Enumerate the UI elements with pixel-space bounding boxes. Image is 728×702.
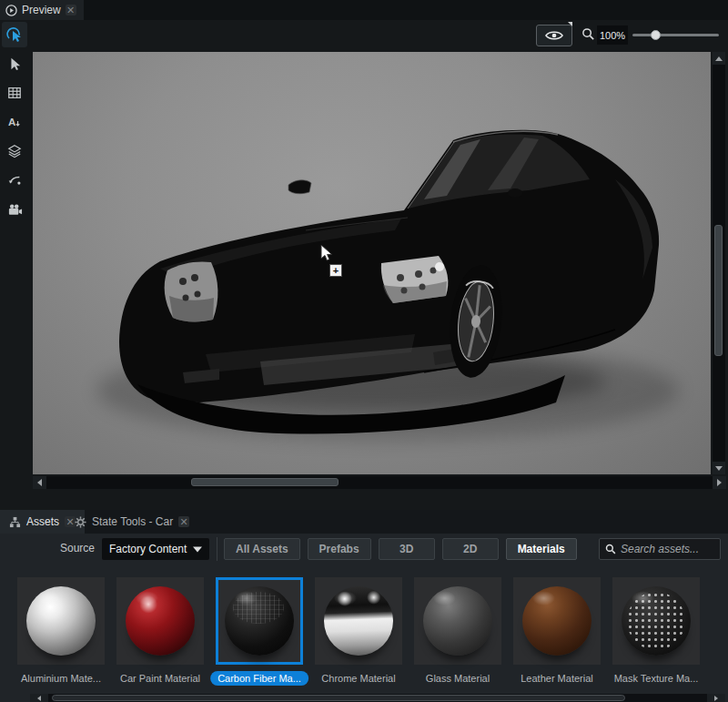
material-thumbnail[interactable]: [17, 577, 105, 665]
list-item-glass: Glass Material: [414, 577, 501, 686]
material-thumbnail[interactable]: [414, 577, 501, 665]
right-headlight: [381, 256, 449, 303]
list-item-carbon-fiber: Carbon Fiber Ma...: [216, 577, 303, 686]
asset-search-box[interactable]: [599, 538, 721, 560]
table-tool-button[interactable]: [2, 80, 27, 106]
scroll-right-button[interactable]: [707, 694, 725, 702]
gear-icon: [75, 516, 86, 528]
carbon-fiber-sphere-preview: [225, 586, 294, 656]
asset-filter-group: All Assets Prefabs 3D 2D Materials: [224, 538, 577, 560]
assets-horizontal-scrollbar[interactable]: [30, 694, 725, 702]
chevron-down-icon: [193, 546, 202, 553]
leather-sphere-preview: [522, 586, 592, 656]
dropdown-corner-icon: [568, 22, 572, 26]
tab-state-tools[interactable]: State Tools - Car ✕: [66, 510, 198, 534]
eye-icon: [545, 29, 563, 42]
text-style-icon: A: [7, 115, 22, 129]
filter-2d-button[interactable]: 2D: [442, 538, 499, 560]
material-label: Mask Texture Ma...: [607, 671, 706, 686]
filter-3d-button[interactable]: 3D: [379, 538, 435, 560]
cursor-add-modifier-icon: +: [329, 264, 342, 277]
horizontal-scrollbar-thumb[interactable]: [191, 478, 339, 486]
zoom-slider-thumb[interactable]: [651, 30, 661, 40]
material-label-selected: Carbon Fiber Ma...: [210, 671, 308, 686]
tab-preview[interactable]: Preview ✕: [0, 0, 84, 20]
visibility-toggle-button[interactable]: [536, 25, 572, 46]
zoom-level-value[interactable]: 100%: [597, 25, 628, 45]
select-tool-button[interactable]: [2, 51, 27, 76]
search-icon: [605, 544, 616, 554]
source-label: Source: [60, 542, 95, 554]
material-label: Chrome Material: [314, 671, 402, 686]
panel-tab-bar: Assets ✕ State Tools - Car ✕: [0, 510, 728, 534]
top-tab-bar: Preview ✕: [0, 0, 728, 20]
material-thumbnail-selected[interactable]: [216, 577, 303, 665]
list-item-car-paint: Car Paint Material: [116, 577, 204, 686]
zoom-slider[interactable]: [632, 34, 719, 36]
material-thumbnail[interactable]: [315, 577, 402, 665]
material-thumbnail[interactable]: [513, 577, 601, 665]
filter-prefabs-button[interactable]: Prefabs: [308, 538, 371, 560]
source-dropdown-value: Factory Content: [109, 543, 187, 555]
left-toolbar: A: [0, 20, 29, 494]
assets-toolbar: Source Factory Content All Assets Prefab…: [0, 537, 728, 561]
application-window: Preview ✕ A: [0, 0, 728, 702]
play-circle-icon: [5, 5, 17, 16]
search-input[interactable]: [621, 543, 712, 555]
scroll-down-button[interactable]: [713, 462, 725, 474]
material-label: Glass Material: [419, 671, 497, 686]
tab-state-tools-label: State Tools - Car: [92, 515, 173, 528]
source-dropdown[interactable]: Factory Content: [102, 538, 209, 560]
svg-text:A: A: [8, 117, 16, 127]
scroll-right-button[interactable]: [713, 476, 726, 489]
interact-cursor-icon: [6, 26, 23, 43]
materials-list: Aluminium Mate... Car Paint Material Car…: [0, 577, 728, 685]
car-paint-sphere-preview: [126, 586, 195, 656]
side-mirror: [288, 180, 311, 194]
tab-preview-label: Preview: [22, 4, 61, 16]
glass-sphere-preview: [423, 586, 492, 656]
mouse-cursor-icon: [320, 244, 333, 262]
filter-all-assets-button[interactable]: All Assets: [224, 538, 300, 560]
hierarchy-icon: [9, 516, 21, 528]
scroll-up-button[interactable]: [713, 52, 725, 65]
mask-texture-sphere-preview: [622, 586, 691, 656]
scroll-left-button[interactable]: [30, 694, 48, 702]
branch-arrow-icon: [7, 173, 22, 188]
preview-viewport[interactable]: +: [33, 52, 711, 474]
table-icon: [7, 86, 22, 100]
camera-tool-button[interactable]: [2, 197, 27, 222]
video-camera-icon: [7, 202, 23, 218]
branch-tool-button[interactable]: [2, 168, 27, 193]
list-item-mask-texture: Mask Texture Ma...: [612, 577, 700, 686]
layers-icon: [7, 144, 22, 158]
tab-assets-label: Assets: [26, 515, 59, 528]
viewport-horizontal-scrollbar[interactable]: [33, 476, 726, 489]
assets-scrollbar-thumb[interactable]: [52, 695, 625, 701]
list-item-leather: Leather Material: [513, 577, 601, 686]
arrow-cursor-icon: [7, 56, 22, 71]
toolbar-divider: [217, 537, 217, 561]
aluminium-sphere-preview: [26, 586, 96, 656]
material-label: Car Paint Material: [113, 671, 207, 686]
material-label: Aluminium Mate...: [14, 671, 108, 686]
text-tool-button[interactable]: A: [2, 109, 27, 135]
list-item-chrome: Chrome Material: [315, 577, 402, 686]
scroll-left-button[interactable]: [33, 476, 46, 489]
material-thumbnail[interactable]: [116, 577, 204, 665]
filter-materials-button[interactable]: Materials: [506, 538, 577, 560]
list-item-aluminium: Aluminium Mate...: [17, 577, 105, 686]
viewport-vertical-scrollbar[interactable]: [713, 52, 725, 474]
material-label: Leather Material: [513, 671, 601, 686]
layers-tool-button[interactable]: [2, 138, 27, 164]
close-icon[interactable]: ✕: [178, 516, 189, 527]
material-thumbnail[interactable]: [612, 577, 700, 665]
interact-tool-button[interactable]: [2, 22, 27, 47]
zoom-icon: [581, 27, 595, 45]
chrome-sphere-preview: [324, 586, 393, 656]
vertical-scrollbar-thumb[interactable]: [714, 225, 723, 356]
close-icon[interactable]: ✕: [66, 5, 76, 15]
left-headlight: [165, 261, 218, 321]
assets-panel: Assets ✕ State Tools - Car ✕ Source: [0, 510, 728, 702]
car-3d-render: [33, 52, 711, 474]
